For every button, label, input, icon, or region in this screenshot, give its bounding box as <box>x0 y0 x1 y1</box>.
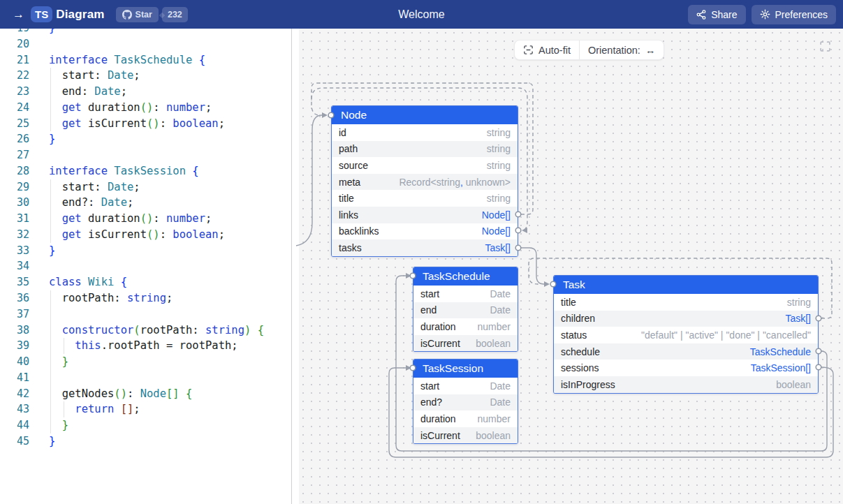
indent-guide <box>50 195 51 211</box>
field-type: Date <box>490 396 511 408</box>
entity-header-node[interactable]: Node <box>332 106 518 124</box>
indent-guide <box>50 100 51 116</box>
line-number: 43 <box>0 401 29 417</box>
field-row-task-schedule: scheduleTaskSchedule <box>554 343 818 360</box>
code-text: } <box>49 417 68 433</box>
indent-guide <box>50 290 51 306</box>
field-type: Task[] <box>785 313 811 324</box>
github-star-widget: Star 232 <box>116 7 188 22</box>
code-text: class Wiki { <box>49 274 127 290</box>
type-link[interactable]: Task[] <box>785 313 811 324</box>
code-text: } <box>49 354 68 370</box>
field-name: status <box>561 329 587 341</box>
code-text: } <box>49 29 55 36</box>
line-number: 32 <box>0 227 29 243</box>
share-icon <box>696 10 706 20</box>
share-label: Share <box>711 9 737 20</box>
line-number: 27 <box>0 147 29 163</box>
diagram-canvas[interactable] <box>299 29 843 504</box>
code-line: 44 } <box>0 417 291 433</box>
code-editor[interactable]: 19}2021interface TaskSchedule {22 start:… <box>0 29 291 504</box>
field-row-node-meta: metaRecord<string, unknown> <box>332 174 518 191</box>
field-name: duration <box>420 321 456 332</box>
share-button[interactable]: Share <box>688 5 745 24</box>
line-number: 20 <box>0 36 29 52</box>
line-number: 25 <box>0 116 29 132</box>
code-line: 22 start: Date; <box>0 68 291 84</box>
code-line: 19} <box>0 29 291 36</box>
code-lines: 19}2021interface TaskSchedule {22 start:… <box>0 29 291 450</box>
code-text: getNodes(): Node[] { <box>49 386 192 402</box>
preferences-button[interactable]: Preferences <box>752 5 836 24</box>
indent-guide <box>50 354 51 370</box>
field-name: schedule <box>561 346 600 357</box>
field-name: start <box>420 380 439 392</box>
indent-guide <box>50 179 51 195</box>
field-type: Node[] <box>482 225 511 237</box>
code-line: 37 <box>0 306 291 323</box>
orientation-button[interactable]: Orientation: ↔ <box>579 40 664 59</box>
line-number: 45 <box>0 433 29 450</box>
code-line: 32 get isCurrent(): boolean; <box>0 227 291 243</box>
indent-guide <box>50 370 51 386</box>
field-row-tasksession-duration: durationnumber <box>413 410 518 427</box>
field-name: links <box>339 209 358 221</box>
github-star-button[interactable]: Star <box>116 7 159 22</box>
gear-icon <box>760 9 770 20</box>
entity-header-tasksession[interactable]: TaskSession <box>413 360 518 378</box>
app-logo-text: Diagram <box>56 8 104 22</box>
preferences-label: Preferences <box>775 9 828 20</box>
entity-header-task[interactable]: Task <box>554 276 818 294</box>
type-link[interactable]: Task[] <box>485 242 511 253</box>
github-star-count[interactable]: 232 <box>162 7 188 22</box>
diagram-toolbar: Auto-fit Orientation: ↔ <box>514 40 664 60</box>
field-name: start <box>420 288 439 299</box>
code-text: interface TaskSession { <box>49 163 199 179</box>
indent-guide <box>50 211 51 227</box>
entity-tasksession[interactable]: TaskSessionstartDateend?Datedurationnumb… <box>413 359 518 444</box>
field-type: Date <box>490 380 511 392</box>
code-line: 24 get duration(): number; <box>0 100 291 116</box>
code-text: this.rootPath = rootPath; <box>49 338 238 354</box>
code-line: 31 get duration(): number; <box>0 211 291 227</box>
field-name: tasks <box>339 242 362 253</box>
code-line: 28interface TaskSession { <box>0 163 291 179</box>
field-type: string <box>487 143 511 154</box>
type-link[interactable]: TaskSession[] <box>751 362 811 373</box>
type-link[interactable]: TaskSchedule <box>750 346 811 357</box>
code-text: interface TaskSchedule { <box>49 52 205 68</box>
indent-guide <box>50 323 51 339</box>
code-line: 21interface TaskSchedule { <box>0 52 291 68</box>
field-name: sessions <box>561 362 599 373</box>
panel-resizer[interactable] <box>291 29 299 504</box>
field-type: string <box>487 127 511 138</box>
field-row-tasksession-isCurrent: isCurrentboolean <box>413 427 518 444</box>
orientation-arrow-icon: ↔ <box>645 45 656 56</box>
line-number: 33 <box>0 243 29 259</box>
autofit-button[interactable]: Auto-fit <box>515 40 579 59</box>
indent-guide <box>50 116 51 132</box>
entity-taskschedule[interactable]: TaskSchedulestartDateendDatedurationnumb… <box>413 267 518 352</box>
fullscreen-icon[interactable] <box>819 40 831 52</box>
field-type: number <box>478 321 511 332</box>
entity-task[interactable]: TasktitlestringchildrenTask[]status"defa… <box>553 275 819 394</box>
field-name: path <box>339 143 358 154</box>
indent-guide <box>50 386 51 402</box>
field-type: Record<string, unknown> <box>399 177 511 188</box>
field-row-taskschedule-isCurrent: isCurrentboolean <box>413 335 518 352</box>
field-type: boolean <box>776 379 811 390</box>
code-line: 40 } <box>0 354 291 370</box>
code-line: 41 <box>0 370 291 386</box>
entity-header-taskschedule[interactable]: TaskSchedule <box>413 267 518 286</box>
entity-node[interactable]: NodeidstringpathstringsourcestringmetaRe… <box>331 105 518 257</box>
field-name: end? <box>420 396 442 408</box>
code-text: start: Date; <box>49 179 140 195</box>
back-arrow-button[interactable]: → <box>13 8 31 22</box>
field-type: TaskSession[] <box>751 362 811 373</box>
field-row-task-status: status"default" | "active" | "done" | "c… <box>554 327 818 343</box>
type-link[interactable]: Node[] <box>482 225 511 237</box>
field-type: string <box>487 193 511 204</box>
field-type: string <box>487 160 511 171</box>
type-link[interactable]: Node[] <box>482 209 511 221</box>
code-text: rootPath: string; <box>49 290 173 306</box>
